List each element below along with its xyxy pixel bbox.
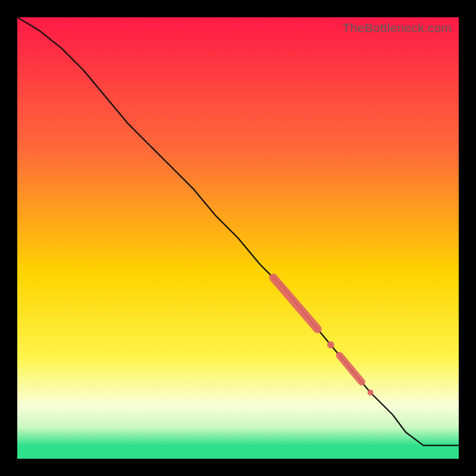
curve-path	[17, 17, 459, 446]
marker-dot-2	[368, 390, 374, 396]
marker-dot-1	[327, 342, 334, 349]
marker-cluster-b	[340, 355, 362, 382]
marker-cluster-a	[273, 278, 317, 329]
line-layer	[17, 17, 459, 446]
chart-frame: TheBottleneck.com	[0, 0, 476, 476]
attribution-label: TheBottleneck.com	[343, 21, 452, 35]
plot-area: TheBottleneck.com	[17, 17, 459, 459]
chart-svg	[17, 17, 459, 459]
